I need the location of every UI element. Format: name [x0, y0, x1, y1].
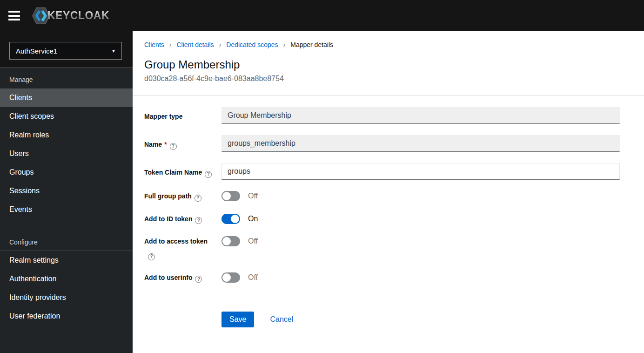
- sidebar-item-clients[interactable]: Clients: [0, 88, 133, 107]
- form-row-name: Name*?: [144, 135, 620, 152]
- help-icon-line: ?: [145, 250, 216, 260]
- add-to-id-token-label-text: Add to ID token: [144, 215, 192, 223]
- add-to-userinfo-label-text: Add to userinfo: [144, 274, 192, 281]
- form-row-token-claim-name: Token Claim Name?: [144, 163, 620, 180]
- full-group-path-state-label: Off: [248, 191, 258, 201]
- breadcrumb-separator-icon: ›: [219, 41, 221, 48]
- sidebar-section-configure: ConfigureRealm settingsAuthenticationIde…: [0, 238, 133, 326]
- sidebar-item-sessions[interactable]: Sessions: [0, 182, 133, 200]
- content-divider: [133, 95, 644, 95]
- add-to-id-token-label: Add to ID token?: [144, 214, 216, 224]
- form-row-mapper-type: Mapper type: [144, 107, 620, 124]
- token-claim-name-label-text: Token Claim Name: [144, 169, 202, 176]
- form-row-add-to-id-token: Add to ID token?On: [144, 214, 620, 224]
- sidebar-item-identity-providers[interactable]: Identity providers: [0, 288, 133, 307]
- full-group-path-label-text: Full group path: [144, 192, 192, 200]
- breadcrumb-item-clients[interactable]: Clients: [144, 41, 164, 48]
- realm-selector[interactable]: AuthService1 ▾: [9, 42, 122, 60]
- hamburger-button[interactable]: [8, 11, 20, 20]
- breadcrumb-item-dedicated-scopes[interactable]: Dedicated scopes: [226, 41, 278, 48]
- token-claim-name-input[interactable]: [221, 163, 620, 180]
- sidebar-nav-list: Realm settingsAuthenticationIdentity pro…: [0, 251, 133, 326]
- add-to-access-token-label: Add to access token?: [144, 236, 216, 260]
- toggle-knob: [222, 237, 231, 245]
- token-claim-name-label: Token Claim Name?: [144, 163, 216, 178]
- add-to-id-token-state-label: On: [248, 214, 258, 224]
- toggle-knob: [231, 215, 239, 223]
- help-icon[interactable]: ?: [205, 171, 212, 178]
- chevron-down-icon: ▾: [112, 48, 115, 54]
- add-to-userinfo-toggle[interactable]: [221, 272, 240, 283]
- page-subtitle: d030ca28-a56f-4c9e-bae6-083aa8be8754: [144, 75, 620, 83]
- sidebar-nav-list: ClientsClient scopesRealm rolesUsersGrou…: [0, 88, 133, 219]
- add-to-userinfo-label: Add to userinfo?: [144, 272, 216, 283]
- mapper-form: Mapper typeName*?Token Claim Name?Full g…: [144, 107, 620, 283]
- sidebar-item-users[interactable]: Users: [0, 144, 133, 163]
- add-to-id-token-toggle[interactable]: [221, 214, 240, 224]
- breadcrumb-item-client-details[interactable]: Client details: [176, 41, 214, 48]
- breadcrumb: Clients›Client details›Dedicated scopes›…: [144, 41, 620, 48]
- sidebar: AuthService1 ▾ ManageClientsClient scope…: [0, 31, 133, 353]
- sidebar-item-client-scopes[interactable]: Client scopes: [0, 107, 133, 126]
- breadcrumb-separator-icon: ›: [169, 41, 172, 48]
- keycloak-logo: KEYCLOAK: [31, 6, 109, 26]
- brand-text: KEYCLOAK: [47, 9, 109, 22]
- add-to-access-token-toggle[interactable]: [221, 236, 240, 246]
- toggle-knob: [222, 192, 231, 200]
- sidebar-section-title-manage: Manage: [0, 76, 133, 83]
- sidebar-item-realm-roles[interactable]: Realm roles: [0, 126, 133, 144]
- page-title: Group Membership: [144, 58, 620, 71]
- help-icon[interactable]: ?: [195, 217, 202, 224]
- mapper-type-input: [221, 107, 620, 124]
- toggle-knob: [222, 273, 231, 282]
- full-group-path-toggle[interactable]: [221, 191, 240, 201]
- required-asterisk: *: [164, 141, 167, 148]
- menu-icon: [8, 15, 20, 17]
- menu-icon: [8, 19, 20, 20]
- main-content: Clients›Client details›Dedicated scopes›…: [133, 31, 644, 353]
- mapper-type-label: Mapper type: [144, 107, 216, 122]
- name-label: Name*?: [144, 135, 216, 150]
- sidebar-item-groups[interactable]: Groups: [0, 163, 133, 182]
- mapper-type-label-text: Mapper type: [144, 113, 182, 120]
- sidebar-section-title-configure: Configure: [0, 238, 133, 246]
- form-row-full-group-path: Full group path?Off: [144, 191, 620, 202]
- sidebar-item-realm-settings[interactable]: Realm settings: [0, 251, 133, 270]
- masthead: KEYCLOAK: [0, 0, 644, 31]
- name-input: [221, 135, 620, 152]
- help-icon[interactable]: ?: [170, 143, 177, 150]
- cancel-button[interactable]: Cancel: [270, 315, 293, 324]
- add-to-access-token-label-text: Add to access token: [144, 238, 208, 245]
- save-button[interactable]: Save: [221, 312, 254, 327]
- sidebar-header: AuthService1 ▾: [0, 31, 133, 68]
- breadcrumb-item-mapper-details: Mapper details: [290, 41, 333, 48]
- sidebar-item-user-federation[interactable]: User federation: [0, 307, 133, 326]
- full-group-path-label: Full group path?: [144, 191, 216, 202]
- sidebar-section-manage: ManageClientsClient scopesRealm rolesUse…: [0, 76, 133, 219]
- name-label-text: Name: [144, 141, 162, 148]
- add-to-userinfo-state-label: Off: [248, 272, 258, 283]
- menu-icon: [8, 11, 20, 13]
- help-icon[interactable]: ?: [195, 195, 201, 202]
- breadcrumb-separator-icon: ›: [283, 41, 286, 48]
- form-row-add-to-userinfo: Add to userinfo?Off: [144, 272, 620, 283]
- sidebar-item-authentication[interactable]: Authentication: [0, 270, 133, 288]
- realm-selector-value: AuthService1: [16, 47, 57, 55]
- form-row-add-to-access-token: Add to access token?Off: [144, 236, 620, 260]
- form-actions: Save Cancel: [221, 312, 620, 327]
- sidebar-nav: ManageClientsClient scopesRealm rolesUse…: [0, 68, 133, 326]
- sidebar-item-events[interactable]: Events: [0, 200, 133, 219]
- help-icon[interactable]: ?: [195, 276, 202, 283]
- add-to-access-token-state-label: Off: [248, 236, 258, 246]
- help-icon[interactable]: ?: [148, 253, 155, 260]
